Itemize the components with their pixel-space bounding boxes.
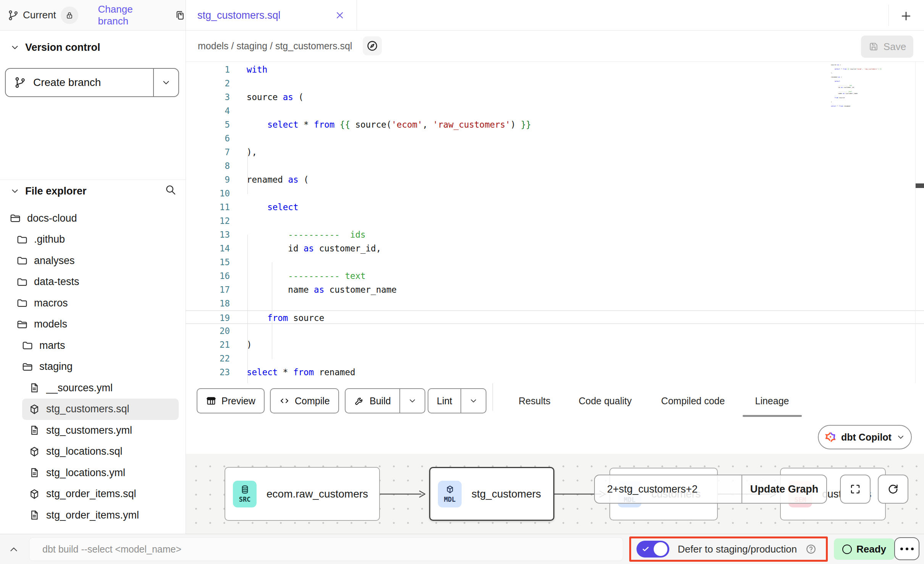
line-number: 23	[186, 365, 230, 379]
line-number: 17	[186, 283, 230, 297]
tree-item-label: stg_locations.sql	[46, 446, 123, 457]
code-line-1: 1with	[186, 63, 924, 76]
chevron-down-icon	[896, 433, 905, 442]
build-dropdown[interactable]	[399, 389, 425, 413]
version-control-title: Version control	[25, 42, 100, 53]
file-explorer-header[interactable]: File explorer	[0, 183, 186, 199]
tab-results[interactable]: Results	[519, 383, 550, 419]
dbt-copilot-button[interactable]: dbt Copilot	[818, 425, 912, 449]
code-line-12: 12	[186, 214, 924, 228]
collapse-panel-button[interactable]	[6, 542, 21, 557]
lineage-selector-input[interactable]: 2+stg_customers+2	[595, 475, 741, 503]
code-line-8: 8	[186, 159, 924, 173]
tree-item-data-tests[interactable]: data-tests	[0, 272, 186, 292]
folder-open-icon	[16, 319, 28, 330]
node-type-label: MDL	[444, 496, 456, 503]
new-tab-button[interactable]	[897, 7, 915, 25]
tree-item-stg-customers-yml[interactable]: stg_customers.yml	[0, 421, 186, 440]
editor-minimap[interactable]: withsource as ( select * from {{ source(…	[831, 62, 919, 107]
code-line-3: 3source as (	[186, 90, 924, 104]
fullscreen-button[interactable]	[840, 475, 871, 504]
update-graph-label: Update Graph	[750, 483, 819, 495]
code-line-5: 5 select * from {{ source('ecom', 'raw_c…	[186, 118, 924, 131]
tree-item-analyses[interactable]: analyses	[0, 251, 186, 270]
code-line-16: 16 ---------- text	[186, 269, 924, 283]
folder-icon	[16, 234, 28, 245]
sidebar: Version control Create branch File explo…	[0, 31, 186, 534]
sidebar-divider	[0, 180, 186, 180]
tree-item-label: stg_locations.yml	[46, 467, 125, 479]
tab-code-quality[interactable]: Code quality	[579, 383, 632, 419]
tree-item-docs-cloud[interactable]: docs-cloud	[0, 209, 186, 228]
compile-label: Compile	[295, 395, 330, 407]
lint-button[interactable]: Lint	[428, 388, 486, 413]
build-button[interactable]: Build	[345, 388, 425, 413]
tree-item--github[interactable]: .github	[0, 230, 186, 249]
create-branch-dropdown[interactable]	[153, 69, 178, 96]
change-branch-link[interactable]: Change branch	[98, 3, 166, 27]
code-editor[interactable]: 1with23source as (45 select * from {{ so…	[186, 62, 924, 383]
help-icon[interactable]	[805, 543, 817, 555]
more-options-button[interactable]	[894, 537, 919, 560]
lineage-node-ecom-raw-customers[interactable]: SRCecom.raw_customers	[225, 467, 380, 521]
copilot-compass-button[interactable]	[363, 36, 382, 55]
refresh-graph-button[interactable]	[878, 475, 908, 504]
tree-item-label: docs-cloud	[27, 212, 77, 224]
code-line-22: 22	[186, 352, 924, 365]
compiled-code-tab-label: Compiled code	[661, 395, 725, 407]
code-line-17: 17 name as customer_name	[186, 283, 924, 297]
file-search-icon[interactable]	[164, 183, 176, 196]
preview-button[interactable]: Preview	[197, 388, 265, 413]
tree-item-label: marts	[39, 340, 65, 352]
toolbar-divider	[493, 383, 493, 411]
tree-item-label: __sources.yml	[46, 382, 113, 394]
node-type-badge: MDL	[438, 481, 462, 507]
defer-toggle[interactable]	[636, 541, 669, 558]
tree-item-staging[interactable]: staging	[0, 357, 186, 376]
line-number: 21	[186, 338, 230, 352]
tree-item-stg-order-items-sql[interactable]: stg_order_items.sql	[0, 485, 186, 504]
build-label: Build	[370, 395, 391, 407]
lineage-canvas[interactable]: SRCecom.raw_customersMDLstg_customersMDL…	[186, 454, 924, 534]
line-number: 3	[186, 90, 230, 104]
tree-item-models[interactable]: models	[0, 315, 186, 334]
update-graph-button[interactable]: Update Graph	[741, 475, 826, 503]
line-number: 19	[186, 311, 230, 325]
tab-lineage[interactable]: Lineage	[755, 383, 789, 419]
lint-dropdown[interactable]	[460, 389, 486, 413]
dbt-command-input[interactable]: dbt build --select <model_name>	[29, 537, 623, 561]
tree-item-stg-order-items-yml[interactable]: stg_order_items.yml	[0, 506, 186, 525]
line-number: 18	[186, 297, 230, 310]
line-number: 12	[186, 214, 230, 228]
save-button[interactable]: Save	[861, 36, 913, 58]
line-number: 9	[186, 173, 230, 186]
tree-item-label: stg_customers.yml	[46, 425, 132, 436]
tree-item-label: .github	[34, 233, 65, 245]
line-number: 22	[186, 352, 230, 365]
line-number: 20	[186, 324, 230, 338]
git-branch-icon	[14, 76, 26, 89]
chevron-down-icon	[10, 42, 20, 52]
version-control-header[interactable]: Version control	[0, 39, 186, 56]
tree-item-stg-locations-yml[interactable]: stg_locations.yml	[0, 463, 186, 482]
lineage-panel-header: dbt Copilot	[186, 419, 924, 454]
editor-tab-bar: stg_customers.sql	[186, 0, 924, 31]
code-line-19: 19 from source	[186, 310, 924, 324]
tree-item-label: data-tests	[34, 276, 79, 288]
lineage-tab-label: Lineage	[755, 395, 789, 407]
lineage-node-stg-customers[interactable]: MDLstg_customers	[429, 467, 554, 521]
tab-stg-customers-sql[interactable]: stg_customers.sql	[186, 0, 357, 31]
tab-compiled-code[interactable]: Compiled code	[661, 383, 725, 419]
tree-item--sources-yml[interactable]: __sources.yml	[0, 378, 186, 397]
copy-branch-icon[interactable]	[174, 10, 186, 21]
folder-open-icon	[10, 212, 21, 224]
compile-button[interactable]: Compile	[270, 388, 339, 413]
folder-icon	[16, 297, 28, 309]
tree-item-marts[interactable]: marts	[0, 336, 186, 355]
tree-item-stg-customers-sql[interactable]: stg_customers.sql	[0, 400, 186, 419]
tree-item-stg-locations-sql[interactable]: stg_locations.sql	[0, 442, 186, 461]
tree-item-macros[interactable]: macros	[0, 293, 186, 313]
code-line-11: 11 select	[186, 200, 924, 214]
tab-close-icon[interactable]	[334, 10, 345, 21]
create-branch-button[interactable]: Create branch	[5, 68, 179, 97]
